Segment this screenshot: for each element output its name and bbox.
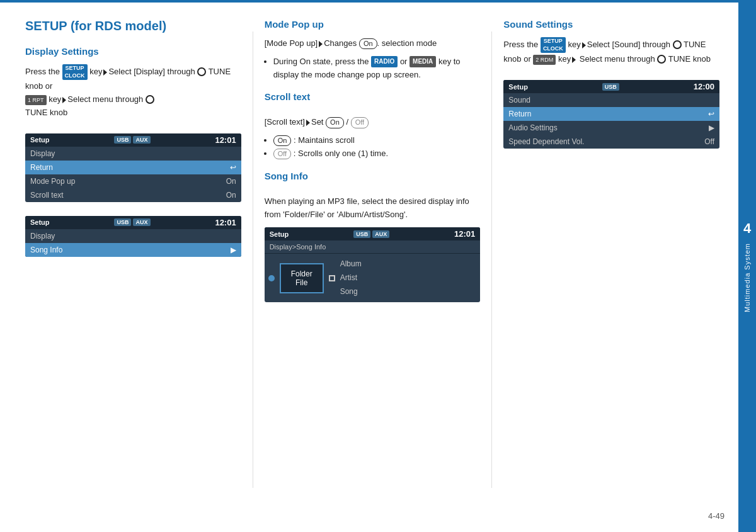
song-info-screen-wrapper: Setup USB AUX 12:01 Display>Song Info Fo…	[265, 227, 481, 302]
mode-popup-bullet1: During On state, press the RADIO or MEDI…	[273, 55, 481, 82]
chapter-tab: 4 Multimedia System	[738, 0, 756, 532]
screen2-badge-aux: AUX	[133, 218, 150, 226]
screen2-header: Setup USB AUX 12:01	[25, 216, 241, 229]
song-screen-body: FolderFile Album Artist Song	[265, 254, 481, 302]
sound-screen-row-sound: Sound	[503, 93, 719, 107]
display-settings-title: Display Settings	[25, 46, 241, 57]
screen1-badge-aux: AUX	[133, 136, 150, 144]
song-folder-box: FolderFile	[280, 263, 324, 293]
artist-label: Artist	[340, 271, 362, 285]
screen1-row-return: Return ↩	[25, 161, 241, 174]
mode-popup-bullets: During On state, press the RADIO or MEDI…	[273, 55, 481, 82]
sound-screen-wrapper: Setup USB 12:00 Sound Return ↩ Audio Set…	[503, 80, 719, 149]
screen2-badge-usb: USB	[114, 218, 131, 226]
scroll-bullet-on: On : Maintains scroll	[273, 134, 481, 147]
screen1-header: Setup USB AUX 12:01	[25, 133, 241, 147]
song-screen-header: Setup USB AUX 12:01	[265, 227, 481, 241]
screen1-row-display: Display	[25, 147, 241, 161]
screen2-badges: USB AUX	[114, 218, 150, 226]
screen1-row-modepopup-label: Mode Pop up	[30, 177, 75, 186]
song-screen-badges: USB AUX	[353, 230, 389, 238]
column-sound-settings: Sound Settings Press the SETUPCLOCK keyS…	[492, 13, 731, 507]
sound-row-speed-label: Speed Dependent Vol.	[508, 137, 584, 146]
scroll-bullets: On : Maintains scroll Off : Scrolls only…	[273, 134, 481, 161]
song-screen-title: Setup	[270, 230, 289, 238]
tune-knob-icon-2	[657, 55, 666, 64]
setup-clock-badge-sound: SETUPCLOCK	[541, 37, 566, 53]
display-screen-1-wrapper: Setup USB AUX 12:01 Display Return ↩ Mo	[25, 133, 241, 202]
sound-settings-title: Sound Settings	[503, 19, 719, 30]
radio-badge: RADIO	[371, 56, 398, 67]
display-screen-1: Setup USB AUX 12:01 Display Return ↩ Mo	[25, 133, 241, 202]
sound-screen-row-speed: Speed Dependent Vol. Off	[503, 135, 719, 149]
scroll-off-pill: Off	[351, 117, 369, 128]
sound-screen-title: Setup	[508, 83, 528, 91]
main-content: SETUP (for RDS model) Display Settings P…	[25, 13, 731, 507]
screen2-row-songinfo: Song Info ▶	[25, 243, 241, 257]
display-settings-para: Press the SETUPCLOCK keySelect [Display]…	[25, 64, 241, 120]
rdm-badge: 2 RDM	[533, 55, 556, 65]
song-radio-dot-empty	[329, 275, 335, 281]
sound-screen-badge-usb: USB	[602, 83, 619, 91]
column-display-settings: SETUP (for RDS model) Display Settings P…	[25, 13, 253, 507]
scroll-text-title: Scroll text	[265, 91, 481, 102]
scroll-bullet-off: Off : Scrolls only one (1) time.	[273, 147, 481, 161]
screen1-badges: USB AUX	[114, 136, 150, 144]
main-section-title: SETUP (for RDS model)	[25, 19, 241, 33]
screen1-row-scrolltext-label: Scroll text	[30, 191, 64, 200]
screen1-row-modepopup-value: On	[226, 177, 236, 186]
song-screen-badge-aux: AUX	[372, 230, 389, 238]
sound-screen-row-return: Return ↩	[503, 107, 719, 121]
tune-knob-icon-1	[673, 40, 682, 49]
off-pill-scroll: Off	[273, 149, 291, 159]
song-info-screen: Setup USB AUX 12:01 Display>Song Info Fo…	[265, 227, 481, 302]
sound-row-return-label: Return	[508, 110, 531, 118]
song-screen-badge-usb: USB	[353, 230, 370, 238]
screen2-title: Setup	[30, 218, 50, 226]
display-screen-2: Setup USB AUX 12:01 Display Song Info ▶	[25, 216, 241, 257]
sound-row-audio-label: Audio Settings	[508, 123, 557, 132]
sound-row-speed-value: Off	[704, 137, 714, 146]
scroll-on-pill: On	[326, 117, 344, 128]
song-info-para: When playing an MP3 file, select the des…	[265, 195, 481, 222]
sound-screen-time: 12:00	[694, 82, 714, 91]
setup-clock-badge: SETUPCLOCK	[62, 64, 88, 80]
album-label: Album	[340, 258, 362, 271]
screen1-badge-usb: USB	[114, 136, 131, 144]
screen1-row-return-label: Return	[30, 163, 53, 172]
screen1-row-return-icon: ↩	[230, 163, 236, 172]
on-pill-mode: On	[359, 38, 377, 49]
song-radio-dot-filled	[268, 275, 275, 281]
top-border-line	[0, 0, 756, 3]
mode-popup-para: [Mode Pop up]Changes On. selection mode	[265, 37, 481, 50]
sound-settings-para: Press the SETUPCLOCK keySelect [Sound] t…	[503, 37, 719, 66]
screen2-row-songinfo-label: Song Info	[30, 246, 62, 254]
screen1-title: Setup	[30, 136, 50, 144]
screen1-row-scrolltext: Scroll text On	[25, 188, 241, 202]
sound-screen-row-audio: Audio Settings ▶	[503, 121, 719, 135]
sound-row-return-icon: ↩	[708, 110, 714, 118]
screen2-row-display: Display	[25, 229, 241, 243]
column-mode-scroll-song: Mode Pop up [Mode Pop up]Changes On. sel…	[253, 13, 492, 507]
sound-screen: Setup USB 12:00 Sound Return ↩ Audio Set…	[503, 80, 719, 149]
screen2-row-songinfo-arrow: ▶	[231, 246, 236, 254]
mode-popup-title: Mode Pop up	[265, 19, 481, 30]
screen1-time: 12:01	[215, 135, 236, 145]
song-label: Song	[340, 285, 362, 299]
scroll-text-para: [Scroll text]Set On / Off	[265, 116, 481, 129]
on-pill-scroll: On	[273, 135, 292, 146]
press-the-text: Press the	[25, 67, 62, 76]
display-screen-2-wrapper: Setup USB AUX 12:01 Display Song Info ▶	[25, 216, 241, 257]
media-badge: MEDIA	[410, 56, 436, 67]
screen2-time: 12:01	[215, 218, 236, 227]
song-screen-time: 12:01	[454, 229, 475, 239]
chapter-label: Multimedia System	[743, 243, 751, 312]
screen1-row-modepopup: Mode Pop up On	[25, 174, 241, 188]
chapter-number: 4	[743, 220, 751, 237]
screen1-row-display-label: Display	[30, 149, 55, 158]
screen2-row-display-label: Display	[30, 232, 55, 241]
sound-screen-header: Setup USB 12:00	[503, 80, 719, 93]
screen1-row-scrolltext-value: On	[226, 191, 236, 200]
song-album-col: Album Artist Song	[340, 258, 362, 298]
sound-row-audio-arrow: ▶	[709, 123, 714, 132]
